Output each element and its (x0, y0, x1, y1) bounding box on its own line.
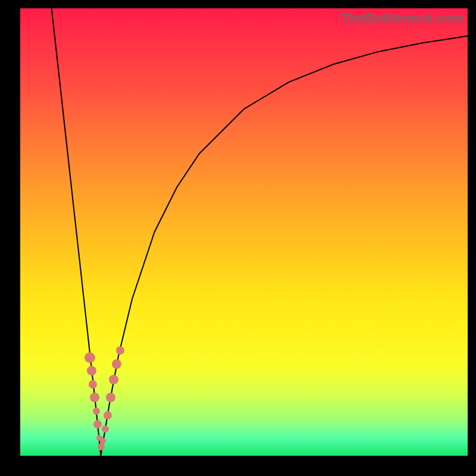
data-marker (84, 352, 95, 363)
heatmap-gradient: TheBottleneck.com (20, 8, 468, 456)
data-marker (98, 443, 105, 450)
watermark-text: TheBottleneck.com (342, 11, 464, 26)
data-marker (87, 366, 96, 375)
curve-right (101, 36, 468, 456)
data-marker (90, 393, 99, 402)
curve-left (52, 8, 101, 456)
chart-stage: TheBottleneck.com (0, 0, 476, 476)
data-marker (116, 346, 124, 355)
data-marker (102, 425, 109, 433)
bottleneck-curves (20, 8, 468, 456)
data-marker (104, 411, 112, 419)
data-marker (93, 408, 100, 415)
data-marker (89, 380, 97, 389)
